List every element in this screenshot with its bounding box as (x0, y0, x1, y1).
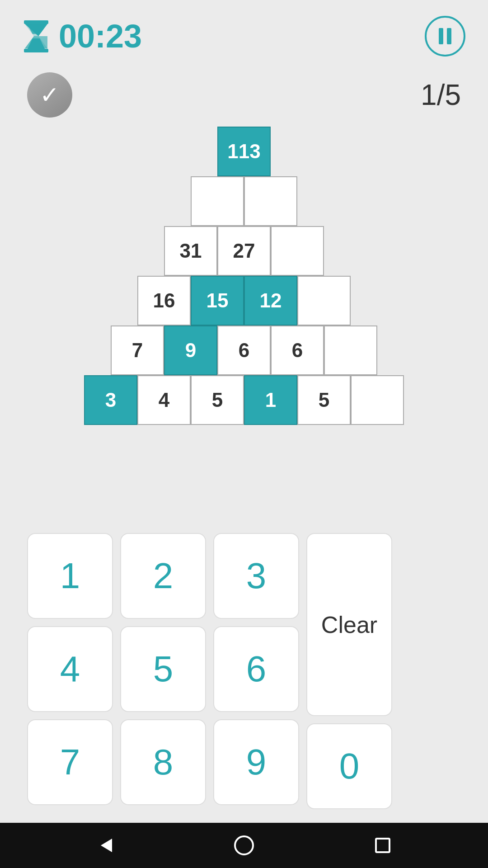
pyramid-cell-2-2[interactable] (271, 226, 324, 276)
timer-section: 00:23 (23, 18, 142, 55)
pyramid-cell-0-0[interactable]: 113 (217, 127, 271, 176)
puzzle-area: ✓ 1/5 1133127161512796634515 (0, 63, 488, 510)
home-icon (233, 834, 255, 857)
hourglass-icon (23, 19, 50, 53)
pyramid-cell-5-0[interactable]: 3 (84, 375, 137, 425)
pyramid-cell-4-1[interactable]: 9 (164, 326, 217, 375)
pyramid-cell-4-3[interactable]: 6 (271, 326, 324, 375)
back-button[interactable] (94, 834, 117, 857)
pyramid-row-1 (191, 176, 297, 226)
pyramid-cell-2-1[interactable]: 27 (217, 226, 271, 276)
pyramid-cell-3-0[interactable]: 16 (137, 276, 191, 326)
svg-marker-5 (27, 24, 45, 34)
pause-button[interactable] (425, 16, 465, 57)
pyramid-cell-3-1[interactable]: 15 (191, 276, 244, 326)
checkmark-icon: ✓ (40, 83, 60, 107)
pyramid-cell-5-4[interactable]: 5 (297, 375, 351, 425)
pyramid-row-4: 7966 (111, 326, 377, 375)
timer-display: 00:23 (59, 18, 142, 55)
pyramid-row-5: 34515 (84, 375, 404, 425)
num-0-button[interactable]: 0 (306, 723, 392, 809)
pyramid-row-3: 161512 (137, 276, 351, 326)
pyramid-cell-5-2[interactable]: 5 (191, 375, 244, 425)
num-5-button[interactable]: 5 (120, 626, 206, 712)
recent-button[interactable] (371, 834, 394, 857)
num-3-button[interactable]: 3 (213, 533, 299, 619)
pause-icon (439, 28, 451, 44)
num-9-button[interactable]: 9 (213, 719, 299, 805)
svg-rect-3 (24, 20, 48, 24)
home-button[interactable] (233, 834, 255, 857)
check-button[interactable]: ✓ (27, 72, 72, 118)
svg-rect-9 (376, 839, 389, 852)
num-7-button[interactable]: 7 (27, 719, 113, 805)
top-bar: 00:23 (0, 0, 488, 63)
pyramid-row-2: 3127 (164, 226, 324, 276)
pyramid-cell-5-1[interactable]: 4 (137, 375, 191, 425)
level-display: 1/5 (421, 78, 461, 112)
num-4-button[interactable]: 4 (27, 626, 113, 712)
pyramid-cell-3-3[interactable] (297, 276, 351, 326)
svg-point-8 (235, 836, 253, 854)
num-6-button[interactable]: 6 (213, 626, 299, 712)
pyramid-cell-4-2[interactable]: 6 (217, 326, 271, 375)
num-2-button[interactable]: 2 (120, 533, 206, 619)
svg-marker-7 (101, 839, 112, 852)
pyramid: 1133127161512796634515 (84, 127, 404, 425)
pyramid-cell-1-1[interactable] (244, 176, 297, 226)
pyramid-cell-1-0[interactable] (191, 176, 244, 226)
back-icon (94, 834, 117, 857)
pyramid-row-0: 113 (217, 127, 271, 176)
numpad: 1 2 3 4 5 6 7 8 9 Clear 0 (0, 519, 488, 823)
num-8-button[interactable]: 8 (120, 719, 206, 805)
pyramid-cell-4-4[interactable] (324, 326, 377, 375)
pyramid-cell-4-0[interactable]: 7 (111, 326, 164, 375)
bottom-nav (0, 823, 488, 868)
num-1-button[interactable]: 1 (27, 533, 113, 619)
pyramid-cell-3-2[interactable]: 12 (244, 276, 297, 326)
pyramid-cell-5-5[interactable] (351, 375, 404, 425)
puzzle-meta: ✓ 1/5 (0, 72, 488, 118)
clear-button[interactable]: Clear (306, 533, 392, 716)
pyramid-cell-5-3[interactable]: 1 (244, 375, 297, 425)
recent-icon (371, 834, 394, 857)
pyramid-cell-2-0[interactable]: 31 (164, 226, 217, 276)
